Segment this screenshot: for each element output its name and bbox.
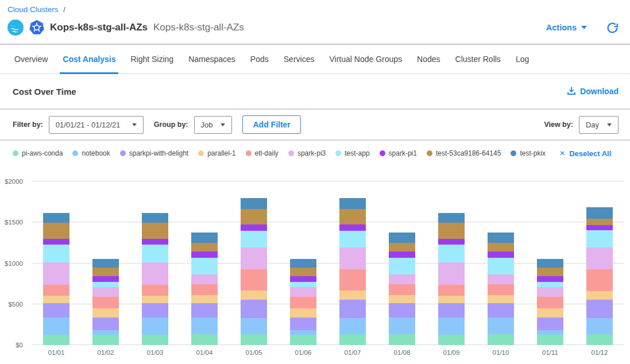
bar-segment-test-app[interactable] bbox=[92, 282, 119, 287]
bar-segment-test-pkix[interactable] bbox=[537, 259, 563, 268]
download-button[interactable]: Download bbox=[567, 86, 619, 97]
bar-segment-pi-aws-conda[interactable] bbox=[191, 334, 218, 345]
bar-segment-sparkpi-with-delight[interactable] bbox=[389, 303, 415, 317]
bar-01-09[interactable] bbox=[438, 213, 465, 345]
bar-segment-spark-pi1[interactable] bbox=[191, 251, 218, 258]
bar-segment-spark-pi3[interactable] bbox=[339, 247, 366, 269]
bar-segment-test-pkix[interactable] bbox=[438, 213, 465, 223]
actions-button[interactable]: Actions bbox=[546, 23, 587, 32]
bar-01-05[interactable] bbox=[241, 198, 267, 345]
bar-segment-spark-pi1[interactable] bbox=[586, 225, 613, 230]
bar-segment-sparkpi-with-delight[interactable] bbox=[339, 300, 366, 318]
bar-segment-pi-aws-conda[interactable] bbox=[389, 334, 415, 345]
bar-segment-test-53ca9186-64145[interactable] bbox=[290, 268, 316, 276]
bar-segment-spark-pi3[interactable] bbox=[191, 274, 218, 284]
bar-segment-sparkpi-with-delight[interactable] bbox=[488, 303, 514, 317]
legend-item-test-app[interactable]: test-app bbox=[335, 149, 369, 157]
bar-segment-sparkpi-with-delight[interactable] bbox=[537, 317, 563, 331]
bar-segment-test-53ca9186-64145[interactable] bbox=[142, 223, 168, 239]
bar-segment-pi-aws-conda[interactable] bbox=[438, 335, 465, 345]
bar-segment-etl-daily[interactable] bbox=[537, 297, 563, 308]
bar-segment-spark-pi3[interactable] bbox=[290, 287, 316, 297]
legend-item-spark-pi1[interactable]: spark-pi1 bbox=[380, 149, 417, 157]
bar-segment-pi-aws-conda[interactable] bbox=[142, 335, 168, 345]
bar-segment-pi-aws-conda[interactable] bbox=[488, 334, 514, 345]
bar-segment-notebook[interactable] bbox=[142, 317, 168, 335]
bar-segment-etl-daily[interactable] bbox=[191, 284, 218, 295]
bar-segment-sparkpi-with-delight[interactable] bbox=[191, 303, 218, 317]
bar-segment-spark-pi3[interactable] bbox=[537, 287, 563, 297]
bar-segment-test-app[interactable] bbox=[142, 245, 168, 262]
bar-segment-parallel-1[interactable] bbox=[488, 295, 514, 303]
bar-segment-etl-daily[interactable] bbox=[290, 297, 316, 308]
bar-segment-test-pkix[interactable] bbox=[92, 259, 119, 268]
bar-segment-test-app[interactable] bbox=[241, 231, 267, 248]
bar-segment-test-app[interactable] bbox=[488, 258, 514, 274]
refresh-button[interactable] bbox=[606, 22, 619, 34]
bar-01-08[interactable] bbox=[389, 233, 415, 345]
bar-segment-test-pkix[interactable] bbox=[290, 259, 316, 268]
bar-segment-pi-aws-conda[interactable] bbox=[537, 335, 563, 345]
deselect-all-button[interactable]: ✕ Deselect All bbox=[559, 149, 611, 158]
bar-segment-test-53ca9186-64145[interactable] bbox=[389, 243, 415, 251]
bar-segment-etl-daily[interactable] bbox=[586, 269, 613, 291]
tab-log[interactable]: Log bbox=[508, 45, 536, 73]
bar-segment-notebook[interactable] bbox=[290, 330, 316, 335]
bar-segment-etl-daily[interactable] bbox=[389, 284, 415, 295]
bar-segment-parallel-1[interactable] bbox=[43, 296, 69, 304]
bar-segment-notebook[interactable] bbox=[339, 318, 366, 334]
bar-segment-notebook[interactable] bbox=[488, 317, 514, 334]
bar-segment-parallel-1[interactable] bbox=[389, 295, 415, 303]
bar-segment-parallel-1[interactable] bbox=[241, 291, 267, 300]
legend-item-pi-aws-conda[interactable]: pi-aws-conda bbox=[13, 149, 63, 157]
bar-segment-spark-pi1[interactable] bbox=[537, 276, 563, 282]
bar-segment-notebook[interactable] bbox=[43, 317, 69, 335]
legend-item-parallel-1[interactable]: parallel-1 bbox=[198, 149, 235, 157]
bar-segment-etl-daily[interactable] bbox=[43, 285, 69, 296]
bar-segment-spark-pi1[interactable] bbox=[488, 251, 514, 258]
bar-segment-test-pkix[interactable] bbox=[191, 233, 218, 243]
bar-segment-test-53ca9186-64145[interactable] bbox=[586, 219, 613, 225]
bar-segment-test-pkix[interactable] bbox=[339, 198, 366, 209]
bar-segment-parallel-1[interactable] bbox=[191, 295, 218, 303]
bar-segment-parallel-1[interactable] bbox=[339, 291, 366, 300]
bar-segment-test-app[interactable] bbox=[438, 245, 465, 262]
bar-segment-etl-daily[interactable] bbox=[488, 284, 514, 295]
bar-segment-pi-aws-conda[interactable] bbox=[290, 335, 316, 345]
bar-segment-sparkpi-with-delight[interactable] bbox=[290, 317, 316, 331]
bar-segment-notebook[interactable] bbox=[191, 317, 218, 334]
bar-segment-spark-pi3[interactable] bbox=[389, 274, 415, 284]
bar-segment-notebook[interactable] bbox=[241, 318, 267, 334]
bar-segment-pi-aws-conda[interactable] bbox=[241, 334, 267, 345]
bar-segment-parallel-1[interactable] bbox=[92, 308, 119, 317]
group-by-select[interactable]: Job bbox=[194, 116, 233, 134]
bar-01-12[interactable] bbox=[586, 207, 613, 345]
bar-01-06[interactable] bbox=[290, 259, 316, 345]
bar-segment-pi-aws-conda[interactable] bbox=[339, 334, 366, 345]
bar-segment-pi-aws-conda[interactable] bbox=[92, 335, 119, 345]
bar-segment-test-pkix[interactable] bbox=[142, 213, 168, 223]
bar-segment-etl-daily[interactable] bbox=[339, 269, 366, 291]
bar-segment-notebook[interactable] bbox=[586, 318, 613, 334]
bar-segment-parallel-1[interactable] bbox=[438, 296, 465, 304]
bar-segment-test-53ca9186-64145[interactable] bbox=[438, 223, 465, 239]
bar-segment-spark-pi3[interactable] bbox=[586, 247, 613, 269]
bar-segment-sparkpi-with-delight[interactable] bbox=[438, 303, 465, 317]
tab-overview[interactable]: Overview bbox=[7, 45, 55, 73]
bar-01-07[interactable] bbox=[339, 198, 366, 345]
view-by-select[interactable]: Day bbox=[579, 116, 619, 134]
bar-segment-spark-pi3[interactable] bbox=[142, 262, 168, 285]
bar-segment-spark-pi3[interactable] bbox=[438, 262, 465, 285]
bar-segment-spark-pi1[interactable] bbox=[241, 224, 267, 231]
bar-segment-pi-aws-conda[interactable] bbox=[43, 335, 69, 345]
bar-segment-notebook[interactable] bbox=[537, 330, 563, 335]
legend-item-test-pkix[interactable]: test-pkix bbox=[511, 149, 546, 157]
date-range-select[interactable]: 01/01/21 - 01/12/21 bbox=[49, 116, 144, 134]
tab-cluster-rolls[interactable]: Cluster Rolls bbox=[448, 45, 508, 73]
bar-segment-test-app[interactable] bbox=[43, 245, 69, 262]
bar-segment-spark-pi1[interactable] bbox=[389, 251, 415, 258]
bar-01-03[interactable] bbox=[142, 213, 168, 345]
bar-segment-sparkpi-with-delight[interactable] bbox=[142, 303, 168, 317]
bar-segment-etl-daily[interactable] bbox=[438, 285, 465, 296]
breadcrumb-link-cloud-clusters[interactable]: Cloud Clusters bbox=[7, 5, 59, 14]
